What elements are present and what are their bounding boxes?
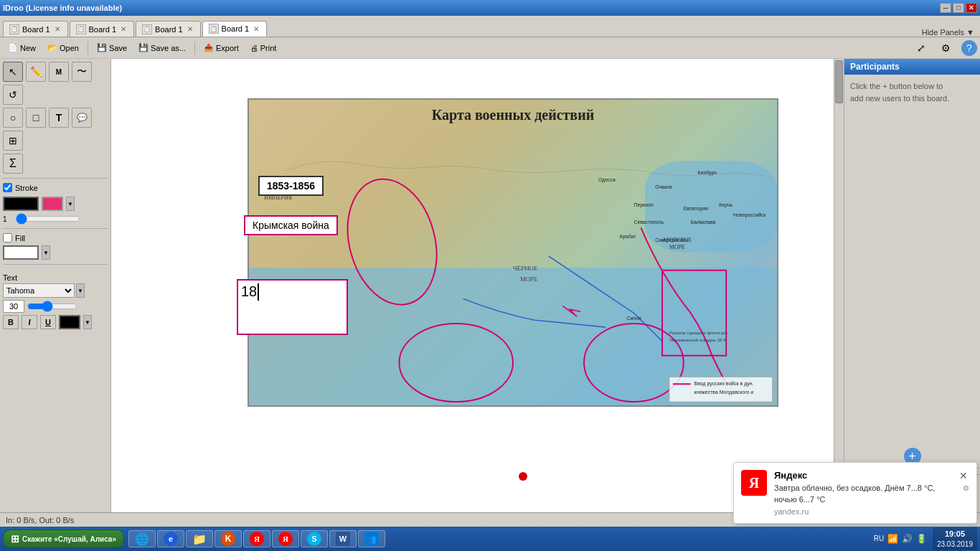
stroke-secondary-color-button[interactable] bbox=[42, 197, 63, 211]
stroke-checkbox[interactable] bbox=[3, 183, 12, 192]
people-icon: 👥 bbox=[364, 532, 379, 546]
fill-dropdown-button[interactable]: ▼ bbox=[42, 245, 50, 260]
stroke-checkbox-row: Stroke bbox=[3, 183, 108, 192]
tab-close-button[interactable]: ✕ bbox=[53, 25, 62, 34]
notification-controls: ✕ ⚙ bbox=[958, 470, 969, 516]
save-as-button[interactable]: 💾 Save as... bbox=[133, 40, 191, 56]
maximize-button[interactable]: □ bbox=[953, 3, 964, 13]
bold-button[interactable]: B bbox=[3, 315, 19, 329]
font-size-slider[interactable] bbox=[27, 301, 77, 311]
main-area: ↖ ✏️ M 〜 ↺ ○ □ T 💬 ⊞ Σ Stroke bbox=[0, 59, 980, 527]
taskbar-yandex-app[interactable]: Я bbox=[272, 530, 299, 547]
hide-panels-button[interactable]: Hide Panels ▼ bbox=[922, 28, 974, 37]
crimea-war-text: Крымская война bbox=[253, 220, 329, 231]
settings-button[interactable]: ⚙ bbox=[936, 40, 956, 56]
font-dropdown-button[interactable]: ▼ bbox=[76, 283, 85, 298]
tab-icon: 📋 bbox=[9, 24, 19, 34]
date-annotation[interactable]: 1853-1856 bbox=[258, 176, 324, 196]
window-controls: ─ □ ✕ bbox=[940, 3, 977, 13]
notification-close-button[interactable]: ✕ bbox=[958, 470, 969, 481]
text-color-button[interactable] bbox=[59, 315, 80, 329]
fullscreen-button[interactable]: ⤢ bbox=[912, 40, 930, 56]
taskbar-skype[interactable]: S bbox=[301, 530, 328, 547]
tab-board-2[interactable]: 📋 Board 1 ✕ bbox=[70, 21, 135, 37]
title-bar: IDroo (License info unavailable) ─ □ ✕ bbox=[0, 0, 980, 16]
tab-board-1[interactable]: 📋 Board 1 ✕ bbox=[3, 21, 68, 37]
fill-color-button[interactable] bbox=[3, 245, 39, 260]
tab-close-button-3[interactable]: ✕ bbox=[186, 25, 194, 34]
antivirus-icon: K bbox=[221, 532, 235, 546]
save-as-icon: 💾 bbox=[138, 43, 149, 52]
taskbar-yandex[interactable]: Я bbox=[243, 530, 270, 547]
fill-color-row: ▼ bbox=[3, 245, 108, 260]
text-tool-button[interactable]: T bbox=[49, 108, 69, 128]
save-as-label: Save as... bbox=[151, 44, 186, 52]
taskbar-chrome[interactable]: 🌐 bbox=[128, 530, 156, 547]
taskbar-explorer[interactable]: 📁 bbox=[186, 530, 213, 547]
participants-description: Click the + button below toadd new users… bbox=[850, 82, 949, 103]
svg-text:Одесса: Одесса bbox=[598, 177, 616, 183]
yandex-link[interactable]: yandex.ru bbox=[774, 507, 951, 516]
map-title: Карта военных действий bbox=[432, 107, 594, 123]
fill-checkbox-row: Fill bbox=[3, 233, 108, 242]
open-button[interactable]: 📂 Open bbox=[42, 40, 84, 56]
formula-tool-button[interactable]: Σ bbox=[3, 154, 23, 174]
network-icon[interactable]: 📶 bbox=[887, 532, 900, 545]
speech-tool-button[interactable]: 💬 bbox=[72, 108, 92, 128]
text-input-content: 18 bbox=[241, 283, 257, 300]
yandex-logo: Я bbox=[741, 470, 767, 496]
pen-tool-button[interactable]: ✏️ bbox=[26, 62, 46, 82]
battery-icon[interactable]: 🔋 bbox=[915, 532, 928, 545]
system-clock[interactable]: 19:05 23.03.2019 bbox=[933, 527, 977, 550]
tab-close-button-2[interactable]: ✕ bbox=[119, 25, 128, 34]
yandex-notification: Я Яндекс Завтра облачно, без осадков. Дн… bbox=[733, 462, 977, 524]
close-button[interactable]: ✕ bbox=[966, 3, 977, 13]
undo-tool-button[interactable]: ↺ bbox=[3, 85, 23, 105]
vertical-scrollbar[interactable] bbox=[834, 59, 844, 517]
stroke-dropdown-button[interactable]: ▼ bbox=[66, 197, 75, 211]
new-button[interactable]: 📄 New bbox=[3, 40, 41, 56]
tab-label-3: Board 1 bbox=[155, 25, 183, 34]
italic-button[interactable]: I bbox=[22, 315, 37, 329]
notification-settings-button[interactable]: ⚙ bbox=[963, 484, 969, 492]
text-input-annotation[interactable]: 18 bbox=[237, 279, 348, 335]
rect-tool-button[interactable]: □ bbox=[26, 108, 46, 128]
scrollbar-thumb-v[interactable] bbox=[835, 60, 843, 103]
taskbar-ie[interactable]: e bbox=[157, 530, 184, 547]
minimize-button[interactable]: ─ bbox=[940, 3, 951, 13]
circle-tool-button[interactable]: ○ bbox=[3, 108, 23, 128]
clock-time: 19:05 bbox=[937, 529, 973, 539]
start-label: Скажите «Слушай, Алиса» bbox=[22, 535, 116, 543]
tab-board-4[interactable]: 📋 Board 1 ✕ bbox=[202, 21, 268, 37]
font-select[interactable]: Tahoma bbox=[3, 283, 75, 298]
tab-close-button-4[interactable]: ✕ bbox=[252, 24, 260, 33]
yandex-content: Яндекс Завтра облачно, без осадков. Днём… bbox=[774, 470, 951, 516]
font-size-input[interactable] bbox=[3, 300, 24, 313]
whiteboard[interactable]: Карта военных действий bbox=[111, 59, 834, 517]
stroke-size-slider[interactable] bbox=[16, 214, 80, 224]
underline-button[interactable]: U bbox=[40, 315, 56, 329]
select-tool-button[interactable]: ↖ bbox=[3, 62, 23, 82]
speaker-icon[interactable]: 🔊 bbox=[901, 532, 914, 545]
canvas-area[interactable]: Карта военных действий bbox=[111, 59, 844, 527]
taskbar-people[interactable]: 👥 bbox=[358, 530, 385, 547]
print-button[interactable]: 🖨 Print bbox=[245, 40, 282, 56]
marker-tool-button[interactable]: M bbox=[49, 62, 69, 82]
taskbar-antivirus[interactable]: K bbox=[215, 530, 242, 547]
tab-board-3[interactable]: 📋 Board 1 ✕ bbox=[136, 21, 201, 37]
date-text: 1853-1856 bbox=[267, 180, 315, 192]
start-button[interactable]: ⊞ Скажите «Слушай, Алиса» bbox=[3, 529, 124, 548]
save-button[interactable]: 💾 Save bbox=[92, 40, 132, 56]
label-annotation[interactable]: Крымская война bbox=[244, 215, 338, 235]
fill-checkbox[interactable] bbox=[3, 233, 12, 242]
tool-row-3: Σ bbox=[3, 154, 108, 174]
taskbar-word[interactable]: W bbox=[329, 530, 357, 547]
scrollbar-track-v bbox=[834, 59, 844, 517]
stroke-color-button[interactable] bbox=[3, 197, 39, 211]
curve-tool-button[interactable]: 〜 bbox=[72, 62, 92, 82]
clock-date: 23.03.2019 bbox=[937, 540, 973, 549]
text-color-dropdown-button[interactable]: ▼ bbox=[83, 315, 92, 329]
image-tool-button[interactable]: ⊞ bbox=[3, 131, 23, 151]
help-button[interactable]: ? bbox=[961, 40, 977, 56]
export-button[interactable]: 📤 Export bbox=[199, 40, 244, 56]
